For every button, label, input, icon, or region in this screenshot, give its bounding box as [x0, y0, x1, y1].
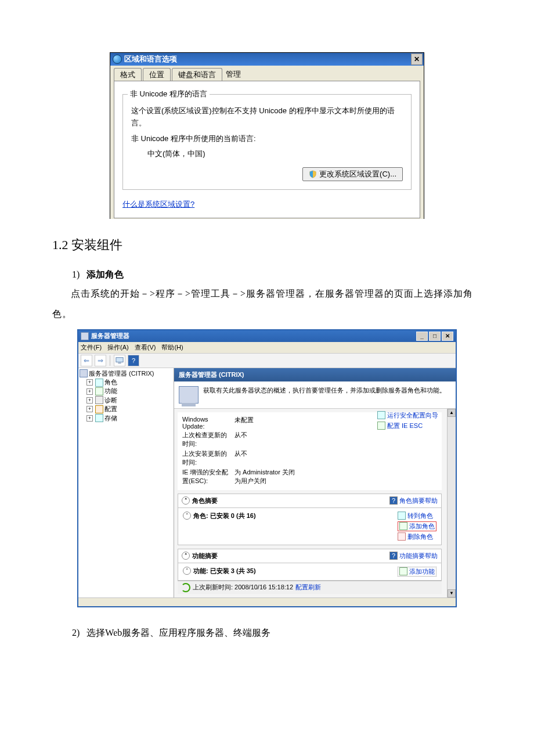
ieesc-icon [377, 422, 385, 430]
features-icon [95, 387, 103, 395]
last-refresh-text: 上次刷新时间: 2008/10/16 15:18:12 [193, 583, 293, 592]
lastinstall-label: 上次安装更新的时间: [182, 449, 230, 467]
goto-roles-label: 转到角色 [407, 512, 433, 520]
vertical-scrollbar[interactable]: ▲ ▼ [447, 409, 456, 597]
expand-icon[interactable]: + [86, 406, 93, 412]
tree-store[interactable]: + 存储 [86, 414, 172, 423]
step-2-label: 选择Web服务器、应用程序服务器、终端服务 [86, 628, 270, 638]
role-section-header[interactable]: ˄ 角色摘要 ? 角色摘要帮助 [178, 494, 442, 508]
tree-roles-label: 角色 [104, 378, 117, 387]
caret-up-icon: ˄ [183, 567, 191, 575]
nav-fwd-button[interactable] [95, 355, 106, 366]
role-help-link[interactable]: ? 角色摘要帮助 [389, 496, 438, 505]
tab-body: 非 Unicode 程序的语言 这个设置(系统区域设置)控制在不支持 Unico… [114, 81, 420, 218]
content-desc: 获取有关此服务器状态的概述，执行首要管理任务，并添加或删除服务器角色和功能。 [203, 386, 446, 395]
help-icon: ? [389, 496, 398, 505]
dialog-title-text: 区域和语言选项 [124, 53, 177, 66]
region-language-dialog: 区域和语言选项 ✕ 格式 位置 键盘和语言 管理 非 Unicode 程序的语言… [110, 52, 424, 219]
current-lang-label: 非 Unicode 程序中所使用的当前语言: [131, 133, 403, 145]
roles-icon [95, 379, 103, 387]
dialog-titlebar[interactable]: 区域和语言选项 ✕ [110, 53, 424, 66]
change-locale-button[interactable]: 更改系统区域设置(C)... [302, 167, 403, 181]
scroll-down-button[interactable]: ▼ [448, 589, 456, 597]
add-icon [399, 567, 407, 575]
tab-admin[interactable]: 管理 [223, 68, 247, 81]
globe-icon [113, 55, 122, 64]
roles-installed-text: 角色: 已安装 0 (共 16) [193, 512, 256, 520]
tree-conf[interactable]: + 配置 [86, 405, 172, 413]
menu-view[interactable]: 查看(V) [135, 343, 156, 352]
configure-refresh-link[interactable]: 配置刷新 [295, 583, 321, 592]
tab-location[interactable]: 位置 [143, 68, 171, 81]
role-section-title: 角色摘要 [192, 496, 218, 505]
step-1: 1) 添加角色 [72, 269, 482, 281]
svg-rect-1 [118, 362, 121, 363]
goto-roles-link[interactable]: 转到角色 [398, 512, 436, 520]
wizard-icon [377, 411, 385, 419]
content-pane: 服务器管理器 (CITRIX) 获取有关此服务器状态的概述，执行首要管理任务，并… [174, 368, 456, 597]
add-role-link[interactable]: 添加角色 [398, 521, 436, 531]
section-heading: 1.2 安装组件 [52, 236, 482, 254]
tree-features[interactable]: + 功能 [86, 387, 172, 395]
del-role-link[interactable]: 删除角色 [398, 532, 436, 541]
role-help-label: 角色摘要帮助 [399, 496, 438, 505]
ieesc-value-1: 为 Administrator 关闭 [234, 468, 295, 477]
refresh-icon [181, 583, 190, 592]
feat-section-body: ˄ 功能: 已安装 3 (共 35) 添加功能 [178, 563, 442, 581]
expand-icon[interactable]: + [86, 415, 93, 422]
add-feature-label: 添加功能 [409, 567, 435, 576]
ieesc-label: IE 增强的安全配置(ESC): [182, 468, 230, 485]
minimize-button[interactable]: _ [416, 332, 428, 341]
sm-titlebar[interactable]: 服务器管理器 _ □ ✕ [78, 330, 456, 342]
close-icon: ✕ [414, 53, 420, 66]
winupdate-value: 未配置 [234, 416, 254, 430]
add-feature-link[interactable]: 添加功能 [398, 567, 436, 577]
add-role-label: 添加角色 [409, 522, 435, 531]
menu-file[interactable]: 文件(F) [81, 343, 102, 352]
role-section-body: ˄ 角色: 已安装 0 (共 16) 转到角色 添加角色 [178, 508, 442, 545]
scroll-up-button[interactable]: ▲ [448, 409, 456, 417]
step-1-text: 点击系统的开始－>程序－>管理工具－>服务器管理器，在服务器管理器的页面上选择添… [52, 283, 482, 324]
feat-section-header[interactable]: ˄ 功能摘要 ? 功能摘要帮助 [178, 549, 442, 563]
link-sec-wizard-label: 运行安全配置向导 [387, 411, 438, 420]
expand-icon[interactable]: + [86, 379, 93, 386]
maximize-button[interactable]: □ [429, 332, 441, 341]
help-button[interactable]: ? [128, 355, 139, 366]
help-icon: ? [389, 552, 398, 560]
properties-button[interactable] [114, 355, 125, 366]
tree-root[interactable]: 服务器管理器 (CITRIX) [80, 369, 172, 378]
feats-installed-text: 功能: 已安装 3 (共 35) [193, 567, 256, 575]
step-2: 2) 选择Web服务器、应用程序服务器、终端服务 [72, 627, 482, 639]
nav-back-button[interactable] [81, 355, 92, 366]
menu-action[interactable]: 操作(A) [107, 343, 129, 352]
goto-icon [398, 512, 406, 520]
caret-up-icon: ˄ [182, 552, 190, 560]
expand-icon[interactable]: + [86, 388, 93, 395]
close-button[interactable]: ✕ [411, 53, 423, 65]
server-icon [80, 369, 88, 377]
tree-diag[interactable]: + 诊断 [86, 396, 172, 405]
tab-format[interactable]: 格式 [114, 68, 142, 81]
link-ieesc-label: 配置 IE ESC [387, 422, 423, 430]
main-panel: ▲ ▼ 运行安全配置向导 配置 IE ESC [174, 409, 456, 597]
tab-keyboard[interactable]: 键盘和语言 [172, 68, 222, 81]
server-icon [81, 332, 89, 340]
caret-up-icon: ˄ [183, 512, 191, 520]
what-is-locale-link[interactable]: 什么是系统区域设置? [122, 200, 194, 208]
menubar: 文件(F) 操作(A) 查看(V) 帮助(H) [78, 342, 456, 353]
non-unicode-group: 非 Unicode 程序的语言 这个设置(系统区域设置)控制在不支持 Unico… [122, 94, 412, 190]
feat-help-link[interactable]: ? 功能摘要帮助 [389, 552, 438, 560]
shield-icon [309, 170, 317, 178]
close-button[interactable]: ✕ [442, 332, 453, 341]
link-sec-wizard[interactable]: 运行安全配置向导 [377, 411, 438, 420]
tree-pane: 服务器管理器 (CITRIX) + 角色 + 功能 + [78, 368, 174, 597]
store-icon [95, 414, 103, 422]
delete-icon [398, 532, 406, 541]
add-icon [399, 522, 407, 530]
menu-help[interactable]: 帮助(H) [161, 343, 183, 352]
expand-icon[interactable]: + [86, 397, 93, 404]
tree-roles[interactable]: + 角色 [86, 378, 172, 387]
link-ieesc[interactable]: 配置 IE ESC [377, 422, 438, 430]
lastinstall-value: 从不 [234, 449, 247, 467]
sm-title-text: 服务器管理器 [91, 332, 129, 340]
